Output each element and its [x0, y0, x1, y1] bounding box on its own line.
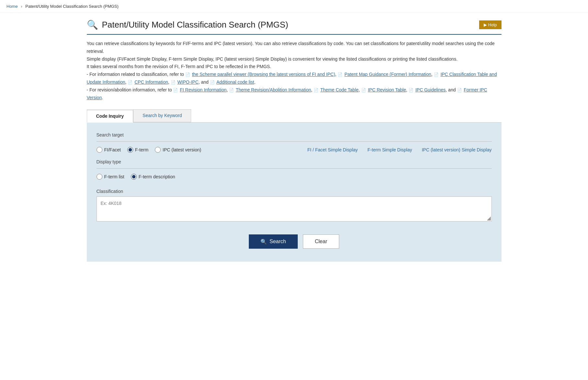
- radio-fi-facet-input[interactable]: [97, 147, 102, 153]
- link-theme-revision[interactable]: Theme Revision/Abolition Information: [236, 87, 311, 92]
- search-button[interactable]: 🔍 Search: [249, 234, 298, 249]
- desc-links1: - For information related to classificat…: [87, 71, 502, 86]
- tab-search-by-keyword[interactable]: Search by Keyword: [133, 109, 191, 122]
- doc-icon6: 📄: [210, 80, 215, 85]
- radio-f-term[interactable]: F-term: [127, 147, 148, 153]
- help-button[interactable]: ▶ Help: [479, 20, 501, 29]
- desc-line1: You can retrieve classifications by keyw…: [87, 40, 502, 55]
- link-scheme-viewer[interactable]: the Scheme parallel viewer (Browsing the…: [192, 72, 335, 77]
- classification-input[interactable]: [97, 197, 491, 220]
- radio-fi-facet-label[interactable]: FI/Facet: [104, 147, 121, 152]
- action-buttons: 🔍 Search Clear: [97, 234, 492, 249]
- radio-f-term-list-label[interactable]: F-term list: [104, 174, 124, 179]
- doc-icon11: 📄: [409, 88, 413, 92]
- doc-icon9: 📄: [314, 88, 318, 92]
- link-theme-code[interactable]: Theme Code Table: [320, 87, 359, 92]
- doc-icon2: 📄: [338, 72, 342, 77]
- link-ipc-guidelines[interactable]: IPC Guidelines: [415, 87, 445, 92]
- link-ipc-revision-table[interactable]: IPC Revision Table: [368, 87, 406, 92]
- clear-button[interactable]: Clear: [303, 234, 339, 249]
- search-target-label: Search target: [97, 132, 492, 137]
- doc-icon8: 📄: [229, 88, 234, 92]
- radio-f-term-desc-input[interactable]: [131, 174, 137, 180]
- classification-section: Classification: [97, 189, 492, 221]
- radio-f-term-desc[interactable]: F-term description: [131, 174, 175, 180]
- breadcrumb-home[interactable]: Home: [6, 4, 18, 9]
- link-f-term-simple[interactable]: F-term Simple Display: [367, 147, 412, 152]
- link-ipc-simple[interactable]: IPC (latest version) Simple Display: [422, 147, 492, 152]
- search-target-radios: FI/Facet F-term IPC (latest version): [97, 147, 202, 153]
- links-prefix2: - For revision/abolition information, re…: [87, 87, 172, 92]
- doc-icon4: 📄: [128, 80, 133, 85]
- search-icon-large: 🔍: [87, 19, 98, 30]
- doc-icon12: 📄: [457, 88, 462, 92]
- doc-icon7: 📄: [173, 88, 178, 92]
- page-title: Patent/Utility Model Classification Sear…: [102, 20, 288, 30]
- simple-display-links: FI / Facet Simple Display F-term Simple …: [307, 147, 492, 152]
- search-target-section: Search target FI/Facet F-term IPC (lates…: [97, 132, 492, 153]
- breadcrumb-current: Patent/Utility Model Classification Sear…: [25, 4, 119, 9]
- display-type-label: Display type: [97, 159, 492, 164]
- search-btn-icon: 🔍: [260, 239, 267, 245]
- radio-f-term-input[interactable]: [127, 147, 133, 153]
- doc-icon3: 📄: [434, 72, 439, 77]
- radio-ipc-input[interactable]: [155, 147, 161, 153]
- classification-wrapper: [97, 196, 492, 221]
- display-type-section: Display type F-term list F-term descript…: [97, 159, 492, 180]
- link-fi-revision[interactable]: FI Revision Information: [180, 87, 226, 92]
- search-btn-label: Search: [270, 239, 286, 244]
- radio-f-term-list-input[interactable]: [97, 174, 102, 180]
- description-block: You can retrieve classifications by keyw…: [87, 40, 502, 101]
- title-divider: [87, 34, 502, 35]
- doc-icon1: 📄: [185, 72, 190, 77]
- tabs-container: Code Inquiry Search by Keyword: [87, 109, 502, 122]
- radio-f-term-label[interactable]: F-term: [135, 147, 148, 152]
- classification-label: Classification: [97, 189, 492, 194]
- link-fi-facet-simple[interactable]: FI / Facet Simple Display: [307, 147, 358, 152]
- search-target-row: FI/Facet F-term IPC (latest version) FI …: [97, 147, 492, 153]
- radio-f-term-list[interactable]: F-term list: [97, 174, 124, 180]
- link-wipo[interactable]: WIPO-IPC: [177, 79, 198, 85]
- radio-f-term-desc-label[interactable]: F-term description: [139, 174, 175, 179]
- tab-content-code-inquiry: Search target FI/Facet F-term IPC (lates…: [87, 122, 502, 262]
- link-patent-map[interactable]: Patent Map Guidance (Former) Information: [344, 72, 431, 77]
- breadcrumb: Home › Patent/Utility Model Classificati…: [0, 0, 588, 13]
- search-target-divider: [97, 141, 492, 142]
- display-type-divider: [97, 168, 492, 169]
- main-content: 🔍 Patent/Utility Model Classification Se…: [77, 13, 511, 268]
- doc-icon10: 📄: [361, 88, 366, 92]
- page-header: 🔍 Patent/Utility Model Classification Se…: [87, 19, 502, 30]
- link-cpc[interactable]: CPC Information: [134, 79, 168, 85]
- display-type-radios: F-term list F-term description: [97, 174, 492, 180]
- resize-handle: [487, 217, 491, 220]
- title-group: 🔍 Patent/Utility Model Classification Se…: [87, 19, 288, 30]
- tab-code-inquiry[interactable]: Code Inquiry: [87, 110, 133, 123]
- radio-ipc[interactable]: IPC (latest version): [155, 147, 201, 153]
- links-prefix1: - For information related to classificat…: [87, 72, 184, 77]
- link-additional-code[interactable]: Additional code list: [216, 79, 254, 85]
- breadcrumb-separator: ›: [21, 4, 22, 9]
- desc-line2: Simple display (FI/Facet Simple Display,…: [87, 55, 502, 63]
- desc-links2: - For revision/abolition information, re…: [87, 86, 502, 102]
- doc-icon5: 📄: [171, 80, 176, 85]
- desc-line3: It takes several months from the revisio…: [87, 63, 502, 71]
- radio-fi-facet[interactable]: FI/Facet: [97, 147, 121, 153]
- radio-ipc-label[interactable]: IPC (latest version): [163, 147, 201, 152]
